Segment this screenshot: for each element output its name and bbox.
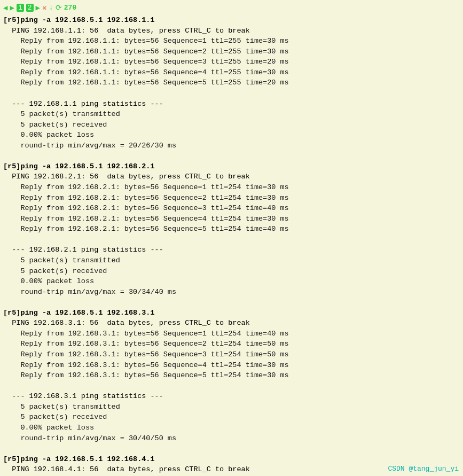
terminal-line: Reply from 192.168.3.1: bytes=56 Sequenc… — [3, 329, 460, 339]
terminal-content: [r5]ping -a 192.168.5.1 192.168.1.1 PING… — [3, 15, 460, 476]
terminal-line: Reply from 192.168.3.1: bytes=56 Sequenc… — [3, 360, 460, 371]
terminal-line: Reply from 192.168.2.1: bytes=56 Sequenc… — [3, 182, 460, 193]
terminal-line: Reply from 192.168.1.1: bytes=56 Sequenc… — [3, 57, 460, 67]
terminal-line — [3, 151, 460, 161]
terminal-line: 0.00% packet loss — [3, 276, 460, 287]
terminal-line: 0.00% packet loss — [3, 130, 460, 141]
terminal-line: --- 192.168.3.1 ping statistics --- — [3, 391, 460, 402]
terminal-line: --- 192.168.1.1 ping statistics --- — [3, 99, 460, 110]
terminal-line: PING 192.168.2.1: 56 data bytes, press C… — [3, 171, 460, 182]
terminal-line — [3, 443, 460, 454]
toolbar-btn-refresh[interactable]: ⟳ — [56, 3, 62, 12]
toolbar-btn-2[interactable]: 2 — [26, 4, 34, 12]
watermark: CSDN @tang_jun_yi — [388, 465, 459, 473]
terminal-line — [3, 297, 460, 308]
terminal-line: PING 192.168.3.1: 56 data bytes, press C… — [3, 318, 460, 329]
terminal-line: [r5]ping -a 192.168.5.1 192.168.1.1 — [3, 15, 460, 26]
terminal-line: [r5]ping -a 192.168.5.1 192.168.4.1 — [3, 454, 460, 465]
terminal-line: Reply from 192.168.3.1: bytes=56 Sequenc… — [3, 349, 460, 360]
terminal-line: Reply from 192.168.2.1: bytes=56 Sequenc… — [3, 224, 460, 235]
terminal-line: round-trip min/avg/max = 30/40/50 ms — [3, 433, 460, 444]
terminal-line: Reply from 192.168.1.1: bytes=56 Sequenc… — [3, 77, 460, 88]
terminal-line: Reply from 192.168.1.1: bytes=56 Sequenc… — [3, 67, 460, 78]
terminal-line: 5 packet(s) transmitted — [3, 109, 460, 120]
terminal-line — [3, 88, 460, 99]
terminal-line — [3, 235, 460, 245]
terminal-line: Reply from 192.168.2.1: bytes=56 Sequenc… — [3, 193, 460, 204]
terminal-line: Reply from 192.168.1.1: bytes=56 Sequenc… — [3, 36, 460, 46]
terminal-line: 5 packet(s) transmitted — [3, 255, 460, 266]
terminal-line: 5 packet(s) received — [3, 266, 460, 277]
terminal-line: 5 packet(s) received — [3, 412, 460, 423]
toolbar-btn-play[interactable]: ▶ — [36, 3, 40, 12]
terminal-line: PING 192.168.1.1: 56 data bytes, press C… — [3, 26, 460, 36]
toolbar-btn-down[interactable]: ↓ — [49, 3, 53, 12]
terminal-line: Reply from 192.168.3.1: bytes=56 Sequenc… — [3, 370, 460, 381]
terminal-line: 5 packet(s) transmitted — [3, 402, 460, 412]
terminal-window: ◀ ▶ 1 2 ▶ ✕ ↓ ⟳ 270 [r5]ping -a 192.168.… — [0, 0, 463, 476]
terminal-line: [r5]ping -a 192.168.5.1 192.168.2.1 — [3, 161, 460, 172]
terminal-line: Reply from 192.168.1.1: bytes=56 Sequenc… — [3, 46, 460, 57]
toolbar-btn-close[interactable]: ✕ — [42, 3, 46, 12]
terminal-line: 0.00% packet loss — [3, 423, 460, 433]
toolbar-btn-back[interactable]: ◀ — [3, 3, 7, 12]
terminal-line: 5 packet(s) received — [3, 120, 460, 130]
terminal-line: Reply from 192.168.2.1: bytes=56 Sequenc… — [3, 203, 460, 214]
terminal-line: Reply from 192.168.2.1: bytes=56 Sequenc… — [3, 214, 460, 224]
terminal-line: Reply from 192.168.3.1: bytes=56 Sequenc… — [3, 339, 460, 349]
terminal-line: round-trip min/avg/max = 30/34/40 ms — [3, 287, 460, 298]
terminal-line: --- 192.168.2.1 ping statistics --- — [3, 245, 460, 255]
toolbar-btn-forward[interactable]: ▶ — [10, 3, 14, 12]
terminal-line: round-trip min/avg/max = 20/26/30 ms — [3, 141, 460, 151]
terminal-line: [r5]ping -a 192.168.5.1 192.168.3.1 — [3, 308, 460, 318]
terminal-line — [3, 381, 460, 392]
toolbar: ◀ ▶ 1 2 ▶ ✕ ↓ ⟳ 270 — [3, 2, 460, 13]
toolbar-btn-270[interactable]: 270 — [64, 4, 76, 12]
toolbar-btn-1[interactable]: 1 — [17, 4, 24, 12]
